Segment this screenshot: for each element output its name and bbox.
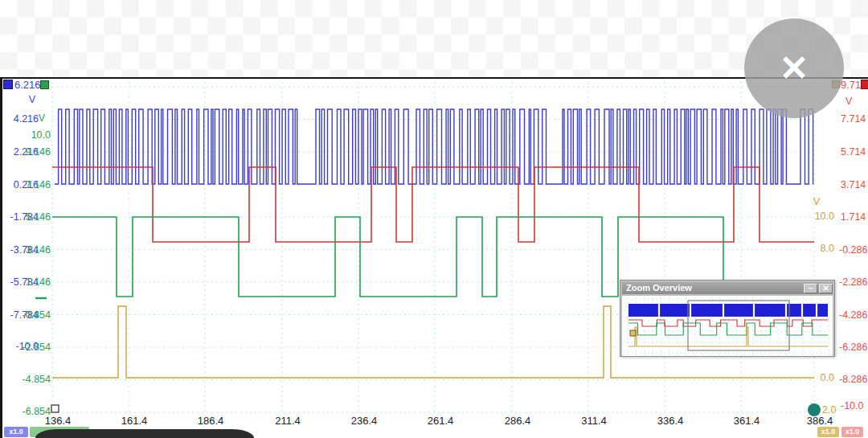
channel-b-square-icon[interactable] bbox=[861, 80, 868, 89]
axis-red-right-tick: 3.714 bbox=[841, 180, 866, 190]
close-icon: ✕ bbox=[780, 51, 809, 86]
axis-time-bottom-tick: 186.4 bbox=[198, 416, 224, 426]
axis-time-bottom-tick: 211.4 bbox=[275, 416, 301, 426]
viewer-close-button[interactable]: ✕ bbox=[744, 18, 844, 118]
zoom-badge-blue[interactable]: x1.0 bbox=[4, 427, 28, 437]
axis-green-left-tick: 10.0 bbox=[31, 130, 51, 140]
axis-time-bottom-tick: 386.4 bbox=[807, 416, 833, 426]
axis-green-left-tick: 5.146 bbox=[26, 212, 51, 222]
axis-red-right-tick: -10.0 bbox=[841, 401, 864, 411]
zoom-badge-red[interactable]: x1.0 bbox=[841, 427, 863, 437]
zoom-overview-title: Zoom Overview bbox=[626, 282, 802, 294]
channel-a-reading: 6.216 bbox=[14, 80, 41, 90]
minimize-button[interactable]: – bbox=[804, 284, 817, 293]
axis-green-left-tick: 1.146 bbox=[26, 277, 51, 287]
axis-blue-left-tick: 4.216 bbox=[14, 114, 39, 124]
axis-green-left-tick: -0.854 bbox=[23, 310, 51, 320]
trace-blue bbox=[55, 109, 813, 184]
axis-blue-left-tick: V bbox=[29, 95, 35, 104]
axis-green-left-tick: 3.146 bbox=[26, 245, 51, 255]
mini-trace-green bbox=[628, 323, 828, 335]
axis-green-left-tick: 9.146 bbox=[26, 147, 51, 157]
channel-a-square-icon[interactable] bbox=[3, 80, 13, 89]
zoom-overview-titlebar[interactable]: Zoom Overview – ✕ bbox=[622, 282, 833, 294]
axis-gold-right-tick: V bbox=[813, 197, 820, 207]
axis-gold-right-tick: 8.0 bbox=[821, 244, 834, 253]
axis-time-bottom-tick: 336.4 bbox=[657, 416, 684, 426]
axis-gold-right-tick: 0.0 bbox=[821, 373, 834, 383]
screenshot-viewer-stage: 6.216 9.714 2.0 V4.2162.2160.216-1.784-3… bbox=[0, 0, 868, 438]
axis-green-left-tick: -4.854 bbox=[23, 375, 51, 384]
axis-red-right-tick: -4.286 bbox=[839, 310, 867, 320]
axis-time-bottom-tick: 361.4 bbox=[734, 416, 760, 426]
mini-gold-marker bbox=[630, 330, 636, 336]
close-window-button[interactable]: ✕ bbox=[819, 284, 833, 293]
axis-time-bottom-tick: 161.4 bbox=[121, 416, 148, 426]
axis-red-right-tick: -2.286 bbox=[839, 277, 867, 287]
axis-red-right-tick: -6.286 bbox=[839, 342, 867, 352]
marker-2-0-label: 2.0 bbox=[822, 405, 836, 415]
axis-green-left-tick: 7.146 bbox=[26, 180, 51, 190]
bottom-black-overlay bbox=[35, 429, 254, 438]
axis-time-bottom-tick: 136.4 bbox=[45, 416, 72, 426]
axis-green-left-tick: V bbox=[39, 113, 45, 123]
axis-time-bottom-tick: 311.4 bbox=[581, 416, 607, 426]
axis-red-right-tick: 1.714 bbox=[841, 212, 866, 222]
axis-green-left-tick: -2.854 bbox=[23, 342, 51, 352]
axis-red-right-tick: V bbox=[845, 96, 852, 106]
axis-time-bottom-tick: 261.4 bbox=[428, 416, 454, 426]
axis-red-right-tick: 5.714 bbox=[841, 147, 866, 157]
axis-red-right-tick: 7.714 bbox=[841, 114, 866, 124]
ground-square-marker[interactable] bbox=[51, 405, 59, 412]
axis-time-bottom-tick: 286.4 bbox=[505, 416, 531, 426]
axis-gold-right-tick: 10.0 bbox=[815, 211, 834, 221]
waveform-plot[interactable] bbox=[0, 0, 868, 438]
zoom-overview-window: Zoom Overview – ✕ bbox=[620, 280, 835, 357]
channel-c-square-icon[interactable] bbox=[40, 80, 49, 89]
zoom-overview-plot[interactable] bbox=[622, 296, 833, 356]
axis-time-bottom-tick: 236.4 bbox=[351, 416, 378, 426]
zoom-badge-yellow[interactable]: x1.0 bbox=[817, 427, 839, 437]
zoom-overview-content bbox=[622, 296, 833, 356]
axis-red-right-tick: -0.286 bbox=[839, 245, 867, 255]
axis-red-right-tick: -8.286 bbox=[839, 375, 867, 384]
